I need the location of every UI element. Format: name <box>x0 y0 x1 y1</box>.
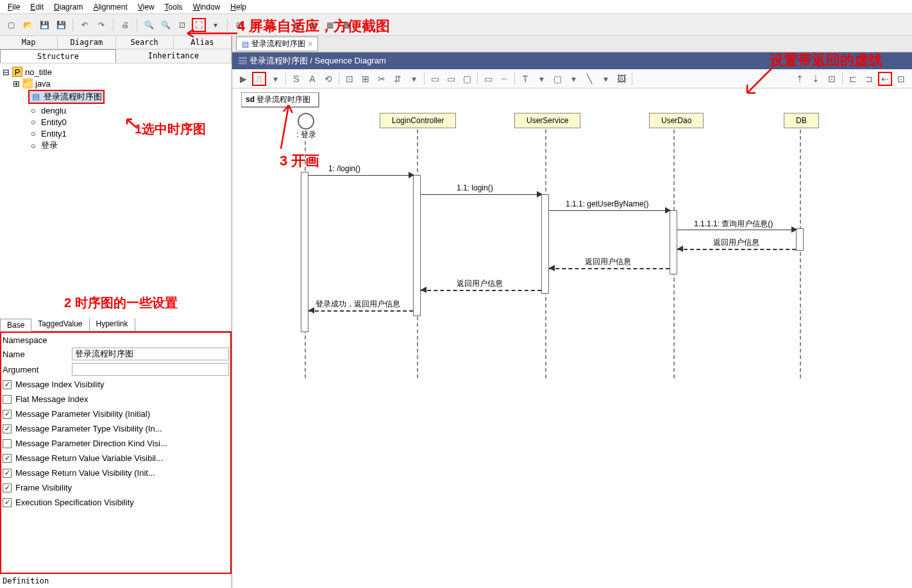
tab-base[interactable]: Base <box>0 319 31 332</box>
tool-icon[interactable]: ⇣ <box>809 72 823 86</box>
close-icon[interactable]: × <box>308 40 312 49</box>
project-tree[interactable]: ⊟ P no_title ⊞ 📁 java ▤ 登录流程时序图 ○ denglu <box>0 63 232 301</box>
checkbox[interactable]: ✓ <box>3 498 12 507</box>
tab-diagram[interactable]: Diagram <box>58 36 115 49</box>
lifeline-logincontroller[interactable]: LoginController <box>380 113 456 128</box>
tool-icon[interactable]: ⟲ <box>321 72 335 86</box>
text-icon[interactable]: T <box>518 72 532 86</box>
lifeline-tool-icon[interactable]: ⎍ <box>252 72 266 86</box>
tool-icon[interactable]: ▢ <box>460 72 474 86</box>
zoomout-icon[interactable]: 🔍 <box>158 18 173 32</box>
return-label: 返回用户信息 <box>457 278 503 289</box>
new-icon[interactable]: ▢ <box>4 18 18 32</box>
tool-icon[interactable]: ⊡ <box>894 72 908 86</box>
checkbox[interactable]: ✓ <box>3 380 12 389</box>
checkbox[interactable]: ✓ <box>3 483 12 492</box>
folder-icon: 📁 <box>22 78 33 88</box>
diagram-canvas[interactable]: sd 登录流程时序图 : 登录 LoginController UserServ… <box>232 88 912 588</box>
arrowhead-icon <box>537 191 543 197</box>
sync-msg-icon[interactable]: S <box>289 72 303 86</box>
tool-icon[interactable]: ⊡ <box>342 72 357 86</box>
tool-icon[interactable]: ▭ <box>444 72 458 86</box>
project-icon: P <box>12 67 22 77</box>
menu-edit[interactable]: Edit <box>25 1 49 13</box>
separator <box>514 72 515 85</box>
properties-panel: Namespace Name Argument ✓Message Index V… <box>0 332 232 574</box>
pointer-icon[interactable]: ▶ <box>236 72 250 86</box>
checkbox[interactable] <box>3 395 12 404</box>
actor-login[interactable]: : 登录 <box>296 113 316 140</box>
tab-hyperlink[interactable]: Hyperlink <box>90 318 135 331</box>
menu-view[interactable]: View <box>133 1 160 13</box>
checkbox[interactable]: ✓ <box>3 469 12 478</box>
return-label: 返回用户信息 <box>585 256 631 267</box>
rect-icon[interactable]: ▢ <box>550 72 564 86</box>
redo-icon[interactable]: ↷ <box>94 18 108 32</box>
menu-window[interactable]: Window <box>188 1 226 13</box>
checkbox[interactable]: ✓ <box>3 410 12 419</box>
return-arrow <box>549 268 670 269</box>
tree-login[interactable]: ○ 登录 <box>3 139 229 152</box>
tree-java[interactable]: ⊞ 📁 java <box>3 78 229 89</box>
checkbox[interactable]: ✓ <box>3 424 12 433</box>
async-msg-icon[interactable]: A <box>305 72 319 86</box>
tool-icon[interactable]: ⊞ <box>359 72 373 86</box>
tab-taggedvalue[interactable]: TaggedValue <box>31 318 89 331</box>
zoomin-icon[interactable]: 🔍 <box>142 18 156 32</box>
editor-tab[interactable]: ▤ 登录流程时序图 × <box>236 37 318 51</box>
tool-icon[interactable]: ⊐ <box>862 72 876 86</box>
line-icon[interactable]: ╲ <box>582 72 596 86</box>
reply-message-icon[interactable]: ⇠ <box>878 72 892 86</box>
checkbox[interactable] <box>3 439 12 448</box>
tool-icon[interactable]: ✂ <box>375 72 389 86</box>
tool-icon[interactable]: ⊏ <box>846 72 860 86</box>
name-input[interactable] <box>72 348 229 360</box>
print-icon[interactable]: 🖨 <box>118 18 132 32</box>
tab-inheritance[interactable]: Inheritance <box>116 49 232 63</box>
lifeline-db[interactable]: DB <box>784 113 819 128</box>
image-icon[interactable]: 🖼 <box>614 72 629 86</box>
lifeline-userservice[interactable]: UserService <box>514 113 580 128</box>
separator <box>632 72 632 85</box>
check-label: Frame Visibility <box>15 483 72 492</box>
saveall-icon[interactable]: 💾 <box>54 18 68 32</box>
tool-icon[interactable]: ⇵ <box>391 72 405 86</box>
undo-icon[interactable]: ↶ <box>78 18 92 32</box>
menu-file[interactable]: FFileile <box>3 1 25 13</box>
dropdown-icon[interactable]: ▾ <box>407 72 421 86</box>
tool-icon[interactable]: ▭ <box>481 72 495 86</box>
check-label: Execution Specification Visibility <box>15 498 134 507</box>
tree-denglu[interactable]: ○ denglu <box>3 105 229 116</box>
menu-alignment[interactable]: Alignment <box>88 1 132 13</box>
dropdown-icon[interactable]: ▾ <box>566 72 580 86</box>
separator <box>842 72 843 85</box>
tool-icon[interactable]: ┈ <box>497 72 511 86</box>
tab-structure[interactable]: Structure <box>0 49 116 63</box>
dropdown-icon[interactable]: ▾ <box>534 72 548 86</box>
tool-icon[interactable]: ▭ <box>428 72 442 86</box>
return-arrow <box>677 249 796 250</box>
arrowhead-icon <box>421 287 426 293</box>
tool-icon[interactable]: ⇡ <box>793 72 807 86</box>
expand-icon[interactable]: ⊟ <box>3 67 10 77</box>
menu-diagram[interactable]: Diagram <box>49 1 88 13</box>
annotation-1: 1选中时序图 <box>135 121 206 138</box>
checkbox[interactable]: ✓ <box>3 454 12 463</box>
left-panel: Map Diagram Search Alias Structure Inher… <box>0 36 232 588</box>
tab-search[interactable]: Search <box>116 36 174 49</box>
dropdown-icon[interactable]: ▾ <box>598 72 612 86</box>
lifeline-userdao[interactable]: UserDao <box>649 113 704 128</box>
tab-map[interactable]: Map <box>0 36 58 49</box>
dropdown-icon[interactable]: ▾ <box>268 72 282 86</box>
menu-help[interactable]: Help <box>225 1 251 13</box>
menu-tools[interactable]: Tools <box>160 1 188 13</box>
argument-input[interactable] <box>72 363 229 376</box>
tool-icon[interactable]: ⊡ <box>825 72 839 86</box>
save-icon[interactable]: 💾 <box>37 18 51 32</box>
tree-root[interactable]: ⊟ P no_title <box>3 66 229 78</box>
check-label: Flat Message Index <box>15 394 88 404</box>
tree-sequence-diagram[interactable]: ▤ 登录流程时序图 <box>3 89 229 105</box>
open-icon[interactable]: 📂 <box>21 18 35 32</box>
expand-icon[interactable]: ⊞ <box>13 79 20 88</box>
tree-label: 登录 <box>41 140 58 151</box>
